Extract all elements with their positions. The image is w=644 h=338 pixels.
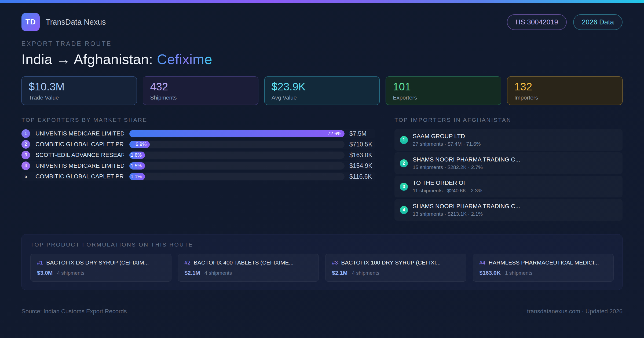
stat-value: $23.9K [272,80,372,93]
product-shipments: 1 shipments [505,270,532,276]
exporter-name: UNIVENTIS MEDICARE LIMITED [35,130,124,137]
product-rank: #3 [332,260,338,266]
stat-card-importers: 132 Importers [507,76,623,105]
product-card: #4 HARMLESS PHARMACEUTICAL MEDICI... $16… [473,254,614,282]
importer-meta: 27 shipments · $7.4M · 71.6% [413,141,481,147]
product-value: $163.0K [480,270,501,276]
product-card: #1 BACTOFIX DS DRY SYRUP (CEFIXIM... $3.… [30,254,171,282]
exporter-row: 2 COMBITIC GLOBAL CAPLET PRI... 6.9% $71… [21,140,375,149]
header-badges: HS 30042019 2026 Data [507,14,623,30]
rank-badge: 2 [400,159,408,167]
importer-name: TO THE ORDER OF [413,179,482,186]
products-section-title: TOP PRODUCT FORMULATIONS ON THIS ROUTE [30,241,614,248]
rank-badge: 1 [21,129,30,138]
header: TD TransData Nexus HS 30042019 2026 Data [21,13,623,31]
market-share-bar-track: 6.9% [129,141,345,148]
exporter-value: $7.5M [349,130,375,137]
hs-code-badge[interactable]: HS 30042019 [507,14,567,30]
brand-name: TransData Nexus [46,18,106,27]
exporter-name: SCOTT-EDIL ADVANCE RESEARC... [35,152,124,159]
product-name: HARMLESS PHARMACEUTICAL MEDICI... [489,259,599,266]
importers-section-title: TOP IMPORTERS IN AFGHANISTAN [394,117,623,123]
stat-value: $10.3M [29,80,130,93]
product-value: $2.1M [185,270,200,276]
stat-cards-row: $10.3M Trade Value 432 Shipments $23.9K … [21,76,623,105]
brand: TD TransData Nexus [21,13,106,31]
importer-card: 3 TO THE ORDER OF 11 shipments · $240.6K… [394,176,623,197]
stat-label: Importers [514,94,615,101]
dashboard-page: TD TransData Nexus HS 30042019 2026 Data… [0,0,644,338]
exporter-name: COMBITIC GLOBAL CAPLET PRI... [35,173,124,180]
product-card: #2 BACTOFIX 400 TABLETS (CEFIXIME... $2.… [178,254,319,282]
product-shipments: 4 shipments [57,270,84,276]
stat-value: 132 [514,80,615,93]
rank-badge: 1 [400,136,408,144]
page-eyebrow: EXPORT TRADE ROUTE [21,40,623,47]
stat-card-trade-value: $10.3M Trade Value [21,76,137,105]
exporter-row: 3 SCOTT-EDIL ADVANCE RESEARC... 1.6% $16… [21,150,375,160]
exporter-value: $154.9K [349,162,375,170]
stat-value: 432 [150,80,251,93]
stat-label: Avg Value [272,94,372,101]
rank-badge: 4 [21,161,30,170]
importer-meta: 11 shipments · $240.6K · 2.3% [413,188,482,194]
market-share-bar: 1.1% [129,173,145,180]
importer-meta: 13 shipments · $213.1K · 2.1% [413,211,520,217]
stat-label: Shipments [150,94,251,101]
market-share-bar-track: 72.6% [129,130,345,137]
exporter-name: UNIVENTIS MEDICARE LIMITED [35,162,124,169]
importer-card: 1 SAAM GROUP LTD 27 shipments · $7.4M · … [394,129,623,151]
exporter-row: 4 UNIVENTIS MEDICARE LIMITED 1.5% $154.9… [21,161,375,170]
exporter-value: $163.0K [349,152,375,159]
importer-card: 4 SHAMS NOORI PHARMA TRADING C... 13 shi… [394,199,623,221]
exporter-row: 5 COMBITIC GLOBAL CAPLET PRI... 1.1% $11… [21,172,375,181]
page-title: India → Afghanistan: Cefixime [21,51,623,67]
stat-value: 101 [393,80,494,93]
product-name: BACTOFIX 400 TABLETS (CEFIXIME... [194,259,294,266]
importer-name: SHAMS NOORI PHARMA TRADING C... [413,203,520,210]
market-share-bar-track: 1.6% [129,152,345,159]
rank-badge: 5 [21,172,30,181]
product-rank: #1 [37,260,43,266]
exporter-row: 1 UNIVENTIS MEDICARE LIMITED 72.6% $7.5M [21,129,375,138]
data-year-badge[interactable]: 2026 Data [573,14,623,30]
top-importers-section: TOP IMPORTERS IN AFGHANISTAN 1 SAAM GROU… [394,117,623,222]
stat-label: Trade Value [29,94,130,101]
exporters-section-title: TOP EXPORTERS BY MARKET SHARE [21,117,375,123]
exporter-value: $710.5K [349,141,375,148]
product-formulations-panel: TOP PRODUCT FORMULATIONS ON THIS ROUTE #… [21,234,623,290]
market-share-bar-track: 1.1% [129,173,345,180]
importer-card: 2 SHAMS NOORI PHARMA TRADING C... 15 shi… [394,152,623,174]
brand-logo-text: TD [25,18,36,26]
market-share-bar-track: 1.5% [129,162,345,170]
exporter-name: COMBITIC GLOBAL CAPLET PRI... [35,141,124,148]
product-rank: #2 [185,260,191,266]
page-title-product: Cefixime [157,52,212,67]
stat-card-shipments: 432 Shipments [143,76,258,105]
rank-badge: 3 [21,151,30,159]
stat-card-avg-value: $23.9K Avg Value [264,76,380,105]
product-name: BACTOFIX 100 DRY SYRUP (CEFIXI... [341,259,441,266]
stat-label: Exporters [393,94,494,101]
footer-source: Source: Indian Customs Export Records [21,308,127,315]
page-title-route: India → Afghanistan: [21,52,153,67]
exporter-value: $116.6K [349,173,375,180]
product-card: #3 BACTOFIX 100 DRY SYRUP (CEFIXI... $2.… [325,254,466,282]
stat-card-exporters: 101 Exporters [386,76,501,105]
product-name: BACTOFIX DS DRY SYRUP (CEFIXIM... [46,259,149,266]
rank-badge: 4 [400,206,408,214]
rank-badge: 3 [400,183,408,191]
footer-site: transdatanexus.com · Updated 2026 [527,308,623,315]
footer: Source: Indian Customs Export Records tr… [21,301,623,315]
market-share-bar: 1.6% [129,152,145,159]
product-rank: #4 [480,260,485,266]
importer-meta: 15 shipments · $282.2K · 2.7% [413,164,520,170]
brand-logo: TD [21,13,40,31]
product-shipments: 4 shipments [352,270,379,276]
market-share-bar: 1.5% [129,162,145,170]
product-value: $2.1M [332,270,347,276]
market-share-bar: 72.6% [129,130,345,137]
importer-name: SAAM GROUP LTD [413,133,481,140]
market-share-bar: 6.9% [129,141,150,148]
rank-badge: 2 [21,140,30,149]
